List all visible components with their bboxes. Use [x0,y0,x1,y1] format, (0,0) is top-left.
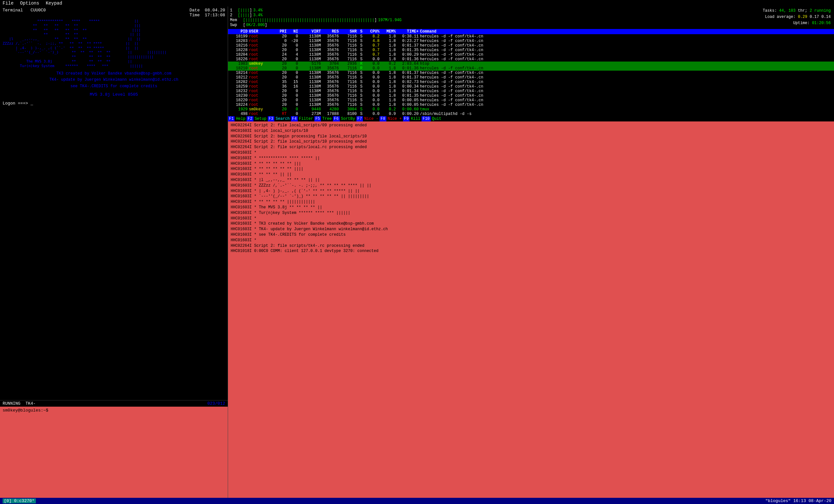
cpu2-pct: 3.4% [253,13,263,18]
table-row[interactable]: 18259root36161138M356767116S0.01.80:00.3… [228,84,834,89]
htop-stats: Tasks: 44, 103 thr; 2 running Load avera… [530,8,832,28]
log-line: HHC01018I 0:00C0 COMM: client 127.0.0.1 … [231,248,831,254]
table-row[interactable]: 1983sm0key200517637042936R0.00.22:03.64h… [228,62,834,66]
menu-options[interactable]: Options [20,1,39,6]
htop-header: 1 [|||| ] 3.4% 2 [|||| ] 3.4% Mem [228,6,834,29]
log-line: HHC01603I * ZZZzz /,`.-'``-. -. ;-;;, **… [231,183,831,188]
cpu2-meter: 2 [|||| ] 3.4% [230,13,530,18]
process-table-header: PID USER PRI NI VIRT RES SHR S CPU% MEM%… [228,29,834,34]
log-area: HHC02264I Script 2: file local_scripts/0… [228,121,834,498]
log-line: HHC01603I * [231,238,831,243]
uptime-line: Uptime: 01:20:56 [530,20,831,26]
table-row[interactable]: 18212root2001138M356767116S0.01.80:01.37… [228,75,834,80]
swp-value: 0K/2.00G [246,23,265,27]
cpu1-bar: [|||| [238,8,249,13]
log-line: HHC01603I * see TK4-.CREDITS for complet… [231,232,831,238]
table-row[interactable]: 18232root2001138M356767116S0.01.80:01.34… [228,89,834,93]
funcbar-item[interactable]: F3Search [268,116,291,121]
tasks-line: Tasks: 44, 103 thr; 2 running [530,8,831,14]
table-row[interactable]: 18214root2001138M356767116S0.01.80:01.37… [228,71,834,75]
terminal-datetime: Date 08.04.20 Time 17:13:08 [190,8,225,18]
table-row[interactable]: 18204root2441138M356767116S0.71.80:00.29… [228,52,834,57]
menu-keypad[interactable]: Keypad [46,1,62,6]
funcbar-item[interactable]: F8Nice + [379,116,403,121]
terminal-title: Terminal CUU0C0 [3,8,46,18]
mvs-credits: TK3 created by Volker Bandke vbandke@bsp… [3,71,225,90]
swp-meter: Swp [ 0K/2.00G ] [230,23,530,27]
session-info: "blogules" 16:13 08-Apr-20 [765,499,831,503]
table-row[interactable]: 498rootRT0273M178888100S0.00.90:00.20/sb… [228,112,834,116]
log-line: HHC02260I Script 2: begin processing fil… [231,134,831,139]
mvs-terminal[interactable]: Terminal CUU0C0 Date 08.04.20 Time 17:13… [0,6,228,400]
left-panel: Terminal CUU0C0 Date 08.04.20 Time 17:13… [0,6,228,498]
shell-prompt: sm0key@blogules:~$ [3,408,225,413]
funcbar-item[interactable]: F10Quit [421,116,442,121]
page-info: 023/012 [207,401,225,406]
process-table: 18199root2001138M356767116S8.21.80:38.11… [228,34,834,116]
htop-meters: 1 [|||| ] 3.4% 2 [|||| ] 3.4% Mem [230,8,530,28]
log-line: HHC01603I * TK4- update by Juergen Winke… [231,227,831,232]
log-line: HHC01603I * | ,4- ) )-,_. ,( (`'-' ** **… [231,188,831,194]
table-row[interactable]: 18228root2001138M356767116S0.71.80:01.35… [228,48,834,52]
main-area: Terminal CUU0C0 Date 08.04.20 Time 17:13… [0,6,834,498]
log-line: HHC01603I * The MVS 3.8j ** ** ** ** || [231,205,831,210]
funcbar-item[interactable]: F6SortBy [333,116,356,121]
table-row[interactable]: 18210root2001138M356767116R0.01.80:01.36… [228,66,834,71]
funcbar-item[interactable]: F2Setup [247,116,267,121]
log-line: HHC01603I * [231,150,831,156]
log-line: HHC01603I * ************ **** ***** || [231,156,831,161]
table-row[interactable]: 1929sm0key200944842803004S0.00.20:00.60t… [228,107,834,112]
table-row[interactable]: 18220root2001138M356767116S0.01.80:00.05… [228,98,834,102]
table-row[interactable]: 18203root0-201138M356767116S4.81.80:23.2… [228,39,834,43]
table-row[interactable]: 18199root2001138M356767116S8.21.80:38.11… [228,34,834,39]
log-line: HHC01603I * ** ** ** || || [231,172,831,178]
mvs-ascii-art: ************ **** ***** || ** ** ** ** *… [3,19,225,68]
log-line: HHC01603I * `---''(_/--' `-')_) ** ** **… [231,194,831,199]
cpu2-bar: [|||| [238,13,249,18]
running-status: RUNNING TK4- [3,401,36,406]
mem-value: 197M/1.94G [378,18,401,22]
log-line: HHC02264I Script 2: file local_scripts/1… [231,139,831,144]
menu-file[interactable]: File [3,1,14,6]
bottom-tab-bar: [0] 0:c3270* "blogules" 16:13 08-Apr-20 [0,498,834,504]
terminal-status-bar: RUNNING TK4- 023/012 [0,400,228,407]
log-line: HHC01603I * |l _,,--,,_ ** ** ** || || [231,178,831,183]
cpu1-meter: 1 [|||| ] 3.4% [230,8,530,13]
log-line: HHC01603I * [231,216,831,222]
log-line: HHC01603I * ** ** ** ** ** |||| [231,166,831,172]
log-line: HHC01603I script local_scripts/10 [231,128,831,134]
htop-funcbar: F1HelpF2SetupF3SearchF4FilterF5TreeF6Sor… [228,116,834,121]
table-row[interactable]: 18224root2001138M356767116S0.01.80:00.05… [228,102,834,107]
htop-monitor: 1 [|||| ] 3.4% 2 [|||| ] 3.4% Mem [228,6,834,121]
mem-bar: [|||||||||||||||||||||||||||||||||||||||… [243,18,374,22]
terminal-header: Terminal CUU0C0 Date 08.04.20 Time 17:13… [3,8,225,18]
table-row[interactable]: 18202root35151138M356767116S0.01.80:02.7… [228,80,834,84]
logon-prompt[interactable]: Logon ===> _ [3,101,225,106]
funcbar-item[interactable]: F4Filter [291,116,314,121]
log-line: HHC01603I * TK3 created by Volker Bandke… [231,221,831,227]
cpu2-bracket: ] [249,13,252,18]
funcbar-item[interactable]: F5Tree [314,116,333,121]
log-line: HHC02264I Script 2: file local_scripts/0… [231,123,831,128]
funcbar-item[interactable]: F9Kill [403,116,421,121]
menu-bar: File Options Keypad [0,0,834,6]
right-panel: 1 [|||| ] 3.4% 2 [|||| ] 3.4% Mem [228,6,834,498]
cpu1-pct: 3.4% [253,8,263,13]
mvs-level: MVS 3.8j Level 8505 [3,92,225,97]
log-line: HHC01603I * Tur(n)key System ****** ****… [231,210,831,216]
log-line: HHC02264I Script 2: file scripts/local.r… [231,144,831,150]
shell-panel[interactable]: sm0key@blogules:~$ [0,407,228,498]
funcbar-item[interactable]: F7Nice - [356,116,380,121]
log-line: HHC01603I * ** ** ** ** ** ||| [231,161,831,167]
log-line: HHC01603I * ** ** ** ** |||||||||||| [231,199,831,205]
funcbar-item[interactable]: F1Help [228,116,247,121]
table-row[interactable]: 18230root2001138M356767116S0.01.80:01.35… [228,93,834,98]
tab-c3270[interactable]: [0] 0:c3270* [3,499,36,503]
table-row[interactable]: 18226root2001138M356767116S0.01.80:01.36… [228,57,834,62]
log-line: HHC02264I Script 2: file scripts/tk4-.rc… [231,243,831,249]
load-line: Load average: 0.29 0.17 0.14 [530,14,831,20]
cpu1-bracket: ] [249,8,252,13]
mem-meter: Mem [|||||||||||||||||||||||||||||||||||… [230,18,530,22]
table-row[interactable]: 18216root2001138M356767116S0.71.80:01.37… [228,43,834,48]
